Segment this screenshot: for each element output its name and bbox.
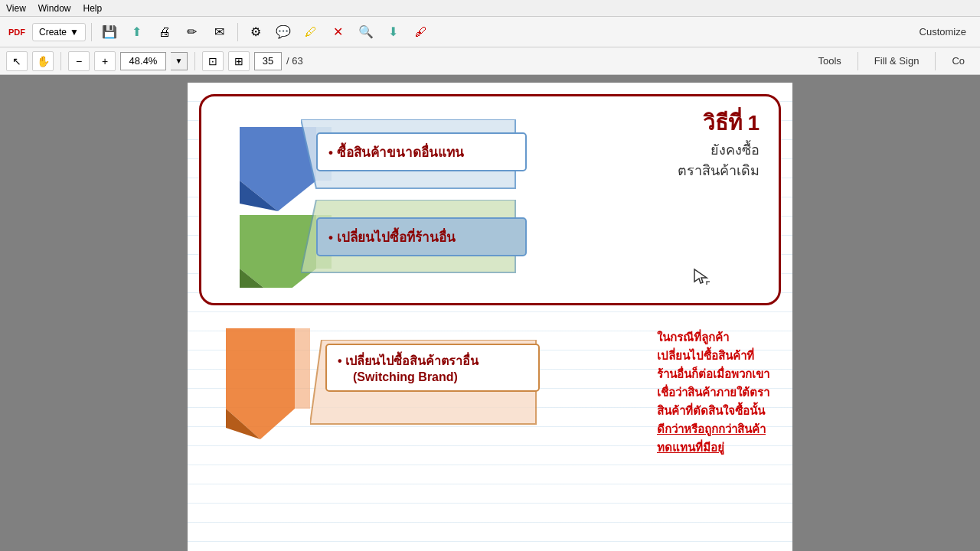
- total-pages: / 63: [286, 55, 303, 67]
- fit-page-icon: ⊡: [208, 55, 217, 67]
- zoom-in-button[interactable]: +: [94, 51, 116, 71]
- customize-button[interactable]: Customize: [910, 23, 975, 41]
- fit-page-button[interactable]: ⊡: [202, 51, 224, 71]
- upload-button[interactable]: ⬆: [125, 21, 149, 44]
- bottom-item-label: เปลี่ยนไปซื้อสินค้าตราอื่น: [345, 354, 479, 367]
- print-icon: 🖨: [158, 25, 171, 39]
- tools-button[interactable]: Tools: [808, 52, 850, 70]
- orange-text-area: • เปลี่ยนไปซื้อสินค้าตราอื่น (Switching …: [322, 328, 642, 461]
- comment-icon: 💬: [276, 24, 291, 39]
- description-text: ในกรณีที่ลูกค้า เปลี่ยนไปซื้อสินค้าที่ ร…: [657, 328, 769, 457]
- gear-icon: ⚙: [250, 24, 261, 39]
- edit-icon: ✏: [187, 24, 197, 39]
- zoom-out-button[interactable]: −: [68, 51, 90, 71]
- text-box-2: • เปลี่ยนไปซื้อที่ร้านอื่น: [316, 217, 527, 256]
- separator-1: [91, 23, 92, 41]
- separator-5: [858, 52, 858, 70]
- pdf-icon-btn[interactable]: PDF: [5, 21, 29, 44]
- upload-icon: ⬆: [132, 24, 142, 39]
- main-content: วิธีที่ 1 ยังคงซื้อ ตราสินค้าเดิม: [0, 75, 980, 551]
- item2-text: เปลี่ยนไปซื้อที่ร้านอื่น: [337, 230, 456, 245]
- zoom-out-icon: −: [76, 55, 82, 67]
- search-doc-icon: 🔍: [358, 24, 374, 39]
- fill-sign-button[interactable]: Fill & Sign: [865, 52, 929, 70]
- hand-icon: ✋: [37, 55, 50, 67]
- hand-tool-button[interactable]: ✋: [32, 51, 54, 71]
- text-boxes-container: • ซื้อสินค้าขนาดอื่นแทน • เปลี่ยนไปซื้อท…: [309, 123, 527, 256]
- print-button[interactable]: 🖨: [152, 21, 177, 44]
- toolbar: PDF Create ▼ 💾 ⬆ 🖨 ✏ ✉ ⚙ 💬 🖊 ✕ 🔍: [0, 17, 980, 47]
- comment-button[interactable]: 💬: [271, 21, 296, 44]
- zoom-input[interactable]: [120, 52, 166, 70]
- cursor-svg: [693, 268, 710, 285]
- export-button[interactable]: ⬇: [381, 21, 406, 44]
- cursor-icon: ↖: [12, 55, 21, 67]
- chevron-area: • ซื้อสินค้าขนาดอื่นแทน • เปลี่ยนไปซื้อท…: [217, 119, 763, 288]
- separator-4: [194, 52, 195, 70]
- edit-button[interactable]: ✏: [180, 21, 204, 44]
- pdf-icon: PDF: [8, 28, 25, 37]
- pen-button[interactable]: 🖋: [409, 21, 433, 44]
- svg-marker-8: [694, 269, 707, 283]
- pen-icon: 🖋: [415, 25, 427, 39]
- redact-button[interactable]: ✕: [326, 21, 351, 44]
- menu-help[interactable]: Help: [83, 3, 102, 14]
- desc-line7: ทดแทนที่มีอยู่: [657, 441, 724, 454]
- zoom-in-icon: +: [102, 55, 108, 67]
- pdf-page: วิธีที่ 1 ยังคงซื้อ ตราสินค้าเดิม: [188, 83, 792, 551]
- desc-line5: สินค้าที่ตัดสินใจซื้อนั้น: [657, 404, 765, 417]
- search-doc-button[interactable]: 🔍: [354, 21, 378, 44]
- fit-width-button[interactable]: ⊞: [228, 51, 250, 71]
- bullet-3: •: [338, 354, 345, 367]
- nav-bar: ↖ ✋ − + ▼ ⊡ ⊞ / 63 Tools Fill & Sign Co: [0, 47, 980, 75]
- highlight-button[interactable]: 🖊: [299, 21, 323, 44]
- comment-panel-button[interactable]: Co: [942, 52, 974, 70]
- zoom-dropdown[interactable]: ▼: [171, 52, 188, 70]
- redact-icon: ✕: [333, 24, 343, 39]
- separator-6: [935, 52, 936, 70]
- svg-rect-9: [707, 282, 710, 285]
- method-box: วิธีที่ 1 ยังคงซื้อ ตราสินค้าเดิม: [199, 94, 781, 305]
- item1-text: ซื้อสินค้าขนาดอื่นแทน: [337, 145, 464, 160]
- fit-width-icon: ⊞: [234, 55, 243, 67]
- export-icon: ⬇: [388, 24, 398, 39]
- bottom-text-box: • เปลี่ยนไปซื้อสินค้าตราอื่น (Switching …: [325, 344, 540, 392]
- page-number-input[interactable]: [254, 52, 282, 70]
- bottom-item-sublabel: (Switching Brand): [353, 370, 458, 383]
- desc-line4: เชื่อว่าสินค้าภายใต้ตรา: [657, 386, 769, 399]
- orange-chevron-svg: [211, 324, 310, 458]
- save-icon: 💾: [102, 24, 117, 39]
- pdf-content: วิธีที่ 1 ยังคงซื้อ ตราสินค้าเดิม: [188, 83, 792, 473]
- cursor-indicator: [693, 268, 710, 288]
- menu-window[interactable]: Window: [38, 3, 71, 14]
- toolbar-right: Customize: [910, 23, 975, 41]
- separator-2: [237, 23, 238, 41]
- subtitle-line2: ตราสินค้าเดิม: [678, 159, 760, 181]
- orange-chevron-container: [211, 324, 310, 461]
- mail-button[interactable]: ✉: [207, 21, 232, 44]
- select-tool-button[interactable]: ↖: [6, 51, 28, 71]
- svg-marker-12: [295, 328, 310, 409]
- settings-button[interactable]: ⚙: [243, 21, 268, 44]
- description-area: ในกรณีที่ลูกค้า เปลี่ยนไปซื้อสินค้าที่ ร…: [653, 328, 769, 461]
- separator-3: [60, 52, 61, 70]
- subtitle-line1: ยังคงซื้อ: [710, 139, 760, 161]
- save-button[interactable]: 💾: [97, 21, 122, 44]
- method-title: วิธีที่ 1: [703, 106, 760, 139]
- text-box-1: • ซื้อสินค้าขนาดอื่นแทน: [316, 132, 527, 171]
- bottom-section: • เปลี่ยนไปซื้อสินค้าตราอื่น (Switching …: [199, 321, 781, 461]
- create-label: Create: [39, 27, 67, 37]
- desc-line2: เปลี่ยนไปซื้อสินค้าที่: [657, 349, 754, 362]
- bullet-2: •: [328, 230, 337, 245]
- desc-line6: ดีกว่าหรือถูกกว่าสินค้า: [657, 422, 766, 435]
- create-button[interactable]: Create ▼: [32, 23, 86, 41]
- bullet-1: •: [328, 145, 337, 160]
- mail-icon: ✉: [214, 24, 224, 39]
- desc-line1: ในกรณีที่ลูกค้า: [657, 331, 729, 344]
- menu-view[interactable]: View: [6, 3, 26, 14]
- desc-line3: ร้านอื่นก็ต่อเมื่อพวกเขา: [657, 367, 769, 380]
- menu-bar: View Window Help: [0, 0, 980, 17]
- highlight-icon: 🖊: [305, 25, 317, 39]
- create-dropdown-icon: ▼: [70, 27, 79, 37]
